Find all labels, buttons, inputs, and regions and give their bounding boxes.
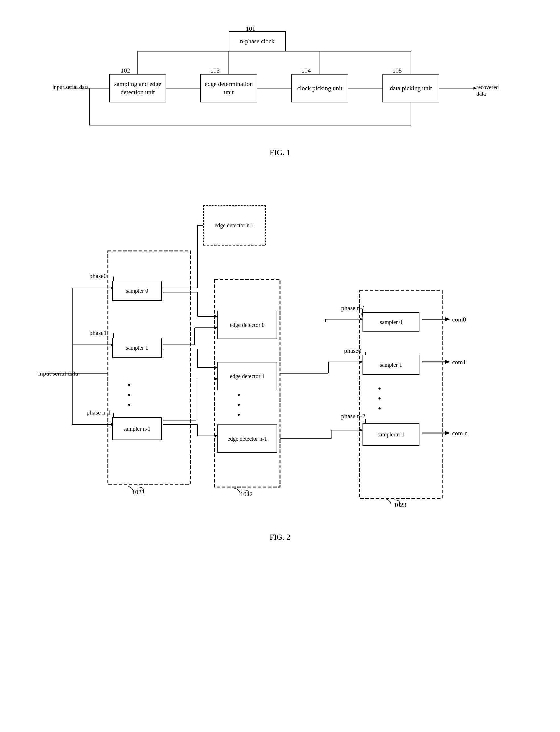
samplernm1-left-box: sampler n-1: [112, 417, 162, 440]
phase-n1-left-label: phase n-1: [87, 409, 111, 416]
sampler1-left-box: sampler 1: [112, 338, 162, 358]
dots-mid-3: •: [237, 410, 241, 419]
input-label: input serial data: [52, 84, 89, 91]
dots-right-3: •: [378, 404, 382, 413]
edge-det-box: edge determination unit: [200, 74, 257, 102]
dots-right-2: •: [378, 394, 382, 403]
fig2-diagram: edge detector n-1 sampler 0 sampler 1 sa…: [38, 191, 522, 527]
page: n-phase clock sampling and edge detectio…: [0, 0, 560, 732]
dots-left-1: •: [128, 380, 131, 389]
ref-1022: 1022: [240, 490, 253, 498]
com1-label: com1: [452, 359, 466, 366]
svg-marker-88: [445, 317, 450, 321]
ref-1023: 1023: [394, 501, 406, 509]
dots-left-2: •: [128, 390, 131, 399]
edge-det-top-dashed: edge detector n-1: [203, 205, 266, 245]
dots-left-3: •: [128, 400, 131, 409]
recovered-label: recovered data: [476, 84, 508, 97]
fig1-diagram: n-phase clock sampling and edge detectio…: [52, 23, 508, 142]
sampler0-right-box: sampler 0: [363, 312, 419, 332]
fig1-caption: FIG. 1: [52, 148, 508, 157]
edge-det-1-box: edge detector 1: [217, 362, 277, 390]
phase1-left-label: phase1: [89, 329, 107, 337]
phase-n2-right-label: phase n-2: [341, 412, 365, 420]
ref-103: 103: [210, 67, 220, 74]
fig2-container: edge detector n-1 sampler 0 sampler 1 sa…: [38, 191, 522, 556]
fig2-input-label: input serial data: [38, 370, 78, 377]
nphase-label: n-phase clock: [240, 37, 275, 46]
fig2-caption: FIG. 2: [38, 532, 522, 542]
com0-label: com0: [452, 316, 466, 323]
svg-marker-92: [445, 431, 450, 435]
samplernm1-right-box: sampler n-1: [363, 423, 419, 446]
phase-n1-right-label: phase n-1: [341, 305, 365, 312]
svg-marker-90: [445, 360, 450, 364]
ref-102: 102: [121, 67, 130, 74]
clock-label: clock picking unit: [297, 84, 343, 93]
sampler1-right-box: sampler 1: [363, 355, 419, 375]
ref-101: 101: [246, 25, 255, 32]
phase0-right-label: phase0: [344, 347, 361, 355]
clock-box: clock picking unit: [291, 74, 348, 102]
ref-105: 105: [392, 67, 402, 74]
ref-104: 104: [301, 67, 311, 74]
edge-det-nm1-box: edge detector n-1: [217, 424, 277, 453]
comn-label: com n: [452, 429, 468, 437]
data-label: data picking unit: [390, 84, 432, 93]
fig1-container: n-phase clock sampling and edge detectio…: [52, 23, 508, 171]
phase0-left-label: phase0: [89, 272, 107, 280]
sampling-label: sampling and edge detection unit: [110, 80, 166, 96]
dots-right-1: •: [378, 384, 382, 393]
nphase-clock-box: n-phase clock: [229, 31, 286, 51]
edge-det-label: edge determination unit: [201, 80, 257, 96]
sampler0-left-box: sampler 0: [112, 281, 162, 301]
data-box: data picking unit: [382, 74, 439, 102]
dots-mid-2: •: [237, 400, 241, 409]
ref-1021: 1021: [132, 488, 145, 496]
dots-mid-1: •: [237, 390, 241, 399]
sampling-box: sampling and edge detection unit: [109, 74, 166, 102]
edge-det-0-box: edge detector 0: [217, 311, 277, 339]
